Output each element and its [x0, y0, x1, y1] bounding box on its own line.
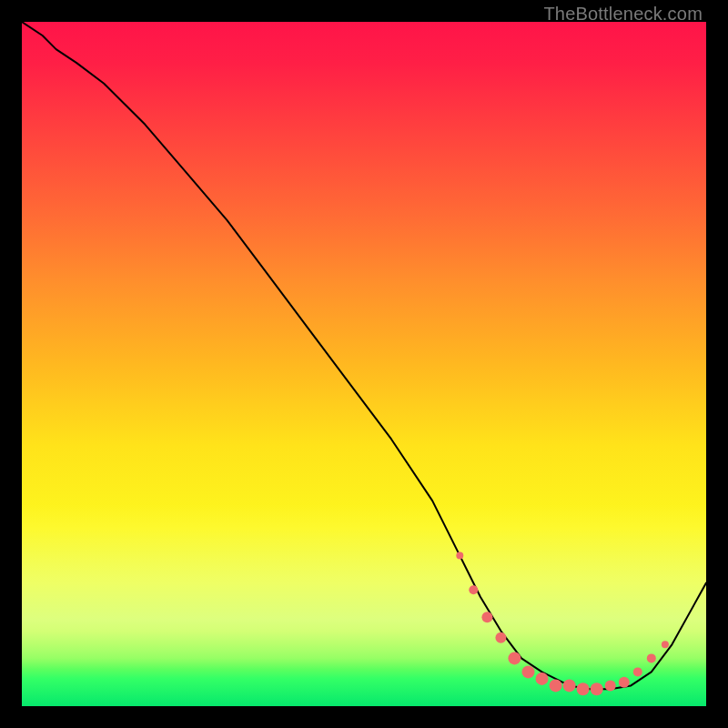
bottleneck-curve: [22, 22, 706, 689]
curve-marker: [536, 672, 549, 685]
watermark-text: TheBottleneck.com: [543, 4, 703, 25]
curve-marker: [456, 552, 463, 560]
curve-marker: [662, 641, 669, 648]
curve-marker: [563, 679, 576, 692]
curve-marker: [647, 653, 656, 662]
curve-marker: [522, 665, 535, 678]
curve-marker: [577, 682, 590, 695]
curve-marker: [550, 679, 562, 692]
curve-marker: [591, 682, 603, 695]
curve-marker: [508, 652, 521, 664]
curve-marker: [481, 612, 492, 622]
curve-marker: [633, 667, 642, 676]
marker-group: [456, 552, 669, 696]
curve-marker: [469, 585, 478, 594]
plot-area: [22, 22, 706, 706]
curve-marker: [495, 632, 506, 643]
chart-stage: TheBottleneck.com: [0, 0, 728, 728]
curve-marker: [605, 680, 616, 691]
curve-marker: [619, 677, 630, 688]
curve-layer: [22, 22, 706, 706]
